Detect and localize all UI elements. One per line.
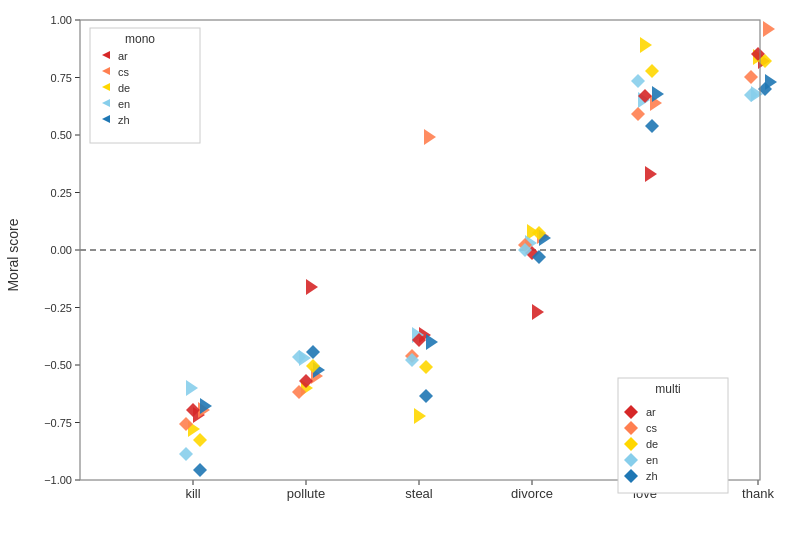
svg-text:−1.00: −1.00 [44, 474, 72, 486]
svg-text:de: de [118, 82, 130, 94]
svg-text:de: de [646, 438, 658, 450]
svg-text:kill: kill [185, 486, 200, 501]
svg-text:1.00: 1.00 [51, 14, 72, 26]
mono-legend-title: mono [125, 32, 155, 46]
svg-text:cs: cs [646, 422, 658, 434]
svg-text:−0.75: −0.75 [44, 417, 72, 429]
svg-text:zh: zh [118, 114, 130, 126]
svg-text:0.25: 0.25 [51, 187, 72, 199]
svg-text:en: en [118, 98, 130, 110]
svg-text:thank: thank [742, 486, 774, 501]
svg-text:0.50: 0.50 [51, 129, 72, 141]
svg-text:zh: zh [646, 470, 658, 482]
svg-text:ar: ar [118, 50, 128, 62]
svg-text:−0.50: −0.50 [44, 359, 72, 371]
svg-text:0.75: 0.75 [51, 72, 72, 84]
svg-text:cs: cs [118, 66, 130, 78]
chart-container: Moral score 1.00 0.75 0.50 0.25 0.00 −0.… [0, 0, 801, 533]
svg-text:steal: steal [405, 486, 433, 501]
svg-text:0.00: 0.00 [51, 244, 72, 256]
svg-text:pollute: pollute [287, 486, 325, 501]
svg-text:en: en [646, 454, 658, 466]
svg-text:−0.25: −0.25 [44, 302, 72, 314]
multi-legend-title: multi [655, 382, 680, 396]
svg-text:divorce: divorce [511, 486, 553, 501]
y-axis-label: Moral score [5, 218, 21, 291]
svg-text:ar: ar [646, 406, 656, 418]
